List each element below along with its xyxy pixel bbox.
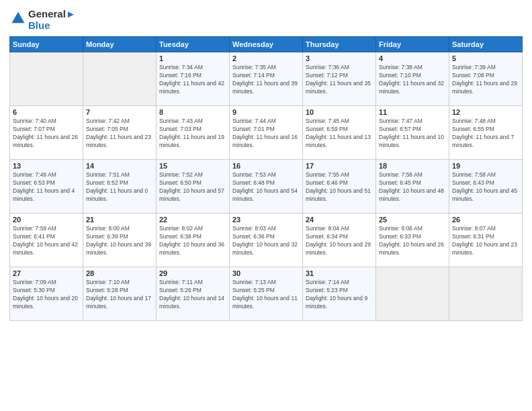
day-info: Sunrise: 7:42 AMSunset: 7:05 PMDaylight:… [86, 118, 153, 150]
day-info: Sunrise: 7:11 AMSunset: 5:26 PMDaylight:… [159, 279, 226, 311]
day-info: Sunrise: 7:47 AMSunset: 6:57 PMDaylight:… [379, 118, 446, 150]
day-info: Sunrise: 7:45 AMSunset: 6:59 PMDaylight:… [306, 118, 373, 150]
calendar-cell [10, 52, 83, 106]
calendar-cell: 20 Sunrise: 7:59 AMSunset: 6:41 PMDaylig… [10, 214, 83, 267]
column-header-friday: Friday [376, 37, 449, 52]
calendar-cell: 6 Sunrise: 7:40 AMSunset: 7:07 PMDayligh… [10, 106, 83, 160]
day-number: 7 [86, 108, 153, 116]
calendar-cell: 28 Sunrise: 7:10 AMSunset: 5:28 PMDaylig… [83, 267, 157, 321]
calendar-page: General► Blue SundayMondayTuesdayWednesd… [0, 0, 532, 411]
day-number: 12 [452, 108, 519, 116]
column-header-sunday: Sunday [10, 37, 83, 52]
calendar-cell: 25 Sunrise: 8:06 AMSunset: 6:33 PMDaylig… [376, 214, 449, 267]
calendar-cell: 3 Sunrise: 7:36 AMSunset: 7:12 PMDayligh… [303, 52, 376, 106]
day-info: Sunrise: 8:03 AMSunset: 6:36 PMDaylight:… [232, 225, 300, 257]
day-info: Sunrise: 8:04 AMSunset: 6:34 PMDaylight:… [306, 225, 373, 257]
day-number: 17 [306, 162, 373, 170]
calendar-week-row: 20 Sunrise: 7:59 AMSunset: 6:41 PMDaylig… [10, 214, 523, 267]
day-info: Sunrise: 7:09 AMSunset: 5:30 PMDaylight:… [13, 279, 80, 311]
day-number: 31 [306, 269, 373, 277]
calendar-week-row: 13 Sunrise: 7:49 AMSunset: 6:53 PMDaylig… [10, 160, 523, 214]
day-info: Sunrise: 7:52 AMSunset: 6:50 PMDaylight:… [159, 171, 226, 203]
calendar-cell: 22 Sunrise: 8:02 AMSunset: 6:38 PMDaylig… [157, 214, 230, 267]
day-info: Sunrise: 7:56 AMSunset: 6:45 PMDaylight:… [379, 171, 446, 203]
calendar-cell: 16 Sunrise: 7:53 AMSunset: 6:48 PMDaylig… [230, 160, 303, 214]
day-number: 4 [379, 54, 446, 62]
calendar-cell: 21 Sunrise: 8:00 AMSunset: 6:39 PMDaylig… [83, 214, 157, 267]
day-number: 29 [159, 269, 226, 277]
calendar-cell: 10 Sunrise: 7:45 AMSunset: 6:59 PMDaylig… [303, 106, 376, 160]
calendar-cell: 26 Sunrise: 8:07 AMSunset: 6:31 PMDaylig… [449, 214, 523, 267]
day-number: 14 [86, 162, 153, 170]
calendar-cell: 30 Sunrise: 7:13 AMSunset: 5:25 PMDaylig… [230, 267, 303, 321]
day-number: 3 [306, 54, 373, 62]
logo: General► Blue [9, 8, 76, 31]
day-number: 10 [306, 108, 373, 116]
column-header-wednesday: Wednesday [230, 37, 303, 52]
calendar-cell: 9 Sunrise: 7:44 AMSunset: 7:01 PMDayligh… [230, 106, 303, 160]
calendar-cell [449, 267, 523, 321]
day-number: 8 [159, 108, 226, 116]
calendar-cell: 1 Sunrise: 7:34 AMSunset: 7:16 PMDayligh… [157, 52, 230, 106]
calendar-cell: 18 Sunrise: 7:56 AMSunset: 6:45 PMDaylig… [376, 160, 449, 214]
calendar-cell: 14 Sunrise: 7:51 AMSunset: 6:52 PMDaylig… [83, 160, 157, 214]
day-info: Sunrise: 8:02 AMSunset: 6:38 PMDaylight:… [159, 225, 226, 257]
day-info: Sunrise: 7:39 AMSunset: 7:08 PMDaylight:… [452, 64, 519, 96]
column-header-saturday: Saturday [449, 37, 523, 52]
day-number: 23 [232, 216, 300, 224]
day-info: Sunrise: 7:36 AMSunset: 7:12 PMDaylight:… [306, 64, 373, 96]
day-info: Sunrise: 7:40 AMSunset: 7:07 PMDaylight:… [13, 118, 80, 150]
column-header-monday: Monday [83, 37, 157, 52]
calendar-cell: 12 Sunrise: 7:48 AMSunset: 6:55 PMDaylig… [449, 106, 523, 160]
day-number: 19 [452, 162, 519, 170]
calendar-week-row: 1 Sunrise: 7:34 AMSunset: 7:16 PMDayligh… [10, 52, 523, 106]
day-number: 24 [306, 216, 373, 224]
logo-icon [11, 11, 26, 26]
day-number: 26 [452, 216, 519, 224]
calendar-cell: 8 Sunrise: 7:43 AMSunset: 7:03 PMDayligh… [157, 106, 230, 160]
day-number: 15 [159, 162, 226, 170]
day-info: Sunrise: 7:58 AMSunset: 6:43 PMDaylight:… [452, 171, 519, 203]
calendar-cell: 5 Sunrise: 7:39 AMSunset: 7:08 PMDayligh… [449, 52, 523, 106]
calendar-week-row: 6 Sunrise: 7:40 AMSunset: 7:07 PMDayligh… [10, 106, 523, 160]
day-number: 1 [159, 54, 226, 62]
day-info: Sunrise: 7:34 AMSunset: 7:16 PMDaylight:… [159, 64, 226, 96]
calendar-week-row: 27 Sunrise: 7:09 AMSunset: 5:30 PMDaylig… [10, 267, 523, 321]
calendar-cell: 17 Sunrise: 7:55 AMSunset: 6:46 PMDaylig… [303, 160, 376, 214]
calendar-cell: 2 Sunrise: 7:35 AMSunset: 7:14 PMDayligh… [230, 52, 303, 106]
day-number: 13 [13, 162, 80, 170]
day-number: 27 [13, 269, 80, 277]
calendar-cell: 24 Sunrise: 8:04 AMSunset: 6:34 PMDaylig… [303, 214, 376, 267]
calendar-cell [376, 267, 449, 321]
day-number: 20 [13, 216, 80, 224]
day-number: 11 [379, 108, 446, 116]
day-info: Sunrise: 7:51 AMSunset: 6:52 PMDaylight:… [86, 171, 153, 203]
calendar-cell: 11 Sunrise: 7:47 AMSunset: 6:57 PMDaylig… [376, 106, 449, 160]
calendar-cell: 31 Sunrise: 7:14 AMSunset: 5:23 PMDaylig… [303, 267, 376, 321]
day-number: 6 [13, 108, 80, 116]
day-info: Sunrise: 8:07 AMSunset: 6:31 PMDaylight:… [452, 225, 519, 257]
calendar-body: 1 Sunrise: 7:34 AMSunset: 7:16 PMDayligh… [10, 52, 523, 321]
calendar-cell: 4 Sunrise: 7:38 AMSunset: 7:10 PMDayligh… [376, 52, 449, 106]
day-number: 18 [379, 162, 446, 170]
day-info: Sunrise: 7:38 AMSunset: 7:10 PMDaylight:… [379, 64, 446, 96]
day-number: 25 [379, 216, 446, 224]
calendar-cell: 13 Sunrise: 7:49 AMSunset: 6:53 PMDaylig… [10, 160, 83, 214]
day-number: 21 [86, 216, 153, 224]
calendar-cell: 29 Sunrise: 7:11 AMSunset: 5:26 PMDaylig… [157, 267, 230, 321]
day-info: Sunrise: 8:06 AMSunset: 6:33 PMDaylight:… [379, 225, 446, 257]
calendar-cell: 19 Sunrise: 7:58 AMSunset: 6:43 PMDaylig… [449, 160, 523, 214]
calendar-cell: 7 Sunrise: 7:42 AMSunset: 7:05 PMDayligh… [83, 106, 157, 160]
column-header-thursday: Thursday [303, 37, 376, 52]
day-number: 30 [232, 269, 300, 277]
day-info: Sunrise: 7:13 AMSunset: 5:25 PMDaylight:… [232, 279, 300, 311]
day-number: 2 [232, 54, 300, 62]
calendar-cell [83, 52, 157, 106]
calendar-cell: 23 Sunrise: 8:03 AMSunset: 6:36 PMDaylig… [230, 214, 303, 267]
calendar-cell: 15 Sunrise: 7:52 AMSunset: 6:50 PMDaylig… [157, 160, 230, 214]
calendar-header-row: SundayMondayTuesdayWednesdayThursdayFrid… [10, 37, 523, 52]
day-number: 16 [232, 162, 300, 170]
column-header-tuesday: Tuesday [157, 37, 230, 52]
day-info: Sunrise: 7:43 AMSunset: 7:03 PMDaylight:… [159, 118, 226, 150]
day-info: Sunrise: 7:48 AMSunset: 6:55 PMDaylight:… [452, 118, 519, 150]
